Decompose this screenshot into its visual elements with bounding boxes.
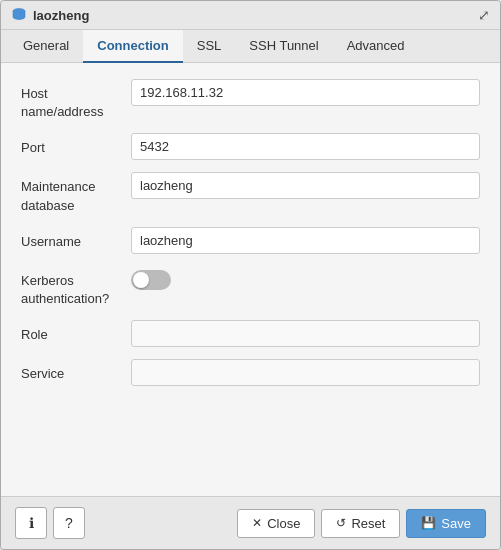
tab-bar: General Connection SSL SSH Tunnel Advanc… <box>1 30 500 63</box>
tab-ssh-tunnel[interactable]: SSH Tunnel <box>235 30 332 63</box>
title-bar-left: laozheng <box>11 7 89 23</box>
close-icon: ✕ <box>252 516 262 530</box>
role-label: Role <box>21 320 131 344</box>
footer-right: ✕ Close ↺ Reset 💾 Save <box>237 509 486 538</box>
reset-button[interactable]: ↺ Reset <box>321 509 400 538</box>
tab-advanced[interactable]: Advanced <box>333 30 419 63</box>
username-label: Username <box>21 227 131 251</box>
port-input[interactable] <box>131 133 480 160</box>
footer: ℹ ? ✕ Close ↺ Reset 💾 Save <box>1 496 500 549</box>
help-icon: ? <box>65 515 73 531</box>
footer-left: ℹ ? <box>15 507 85 539</box>
maintenance-db-row: Maintenance database <box>21 172 480 214</box>
service-field <box>131 359 480 386</box>
tab-ssl[interactable]: SSL <box>183 30 236 63</box>
toggle-track <box>131 270 171 290</box>
info-icon: ℹ <box>29 515 34 531</box>
info-button[interactable]: ℹ <box>15 507 47 539</box>
role-row: Role <box>21 320 480 347</box>
dialog-window: laozheng ⤢ General Connection SSL SSH Tu… <box>0 0 501 550</box>
save-label: Save <box>441 516 471 531</box>
host-label: Host name/address <box>21 79 131 121</box>
username-input[interactable] <box>131 227 480 254</box>
username-row: Username <box>21 227 480 254</box>
database-icon <box>11 7 27 23</box>
host-field <box>131 79 480 106</box>
tab-connection[interactable]: Connection <box>83 30 183 63</box>
reset-icon: ↺ <box>336 516 346 530</box>
help-button[interactable]: ? <box>53 507 85 539</box>
port-row: Port <box>21 133 480 160</box>
service-row: Service <box>21 359 480 386</box>
title-bar: laozheng ⤢ <box>1 1 500 30</box>
username-field <box>131 227 480 254</box>
close-label: Close <box>267 516 300 531</box>
form-content: Host name/address Port Maintenance datab… <box>1 63 500 496</box>
role-field <box>131 320 480 347</box>
toggle-thumb <box>133 272 149 288</box>
port-field <box>131 133 480 160</box>
kerberos-row: Kerberos authentication? <box>21 266 480 308</box>
role-input[interactable] <box>131 320 480 347</box>
window-title: laozheng <box>33 8 89 23</box>
reset-label: Reset <box>351 516 385 531</box>
port-label: Port <box>21 133 131 157</box>
save-icon: 💾 <box>421 516 436 530</box>
maintenance-db-label: Maintenance database <box>21 172 131 214</box>
maintenance-db-field <box>131 172 480 199</box>
host-row: Host name/address <box>21 79 480 121</box>
expand-button[interactable]: ⤢ <box>478 7 490 23</box>
service-label: Service <box>21 359 131 383</box>
service-input[interactable] <box>131 359 480 386</box>
maintenance-db-input[interactable] <box>131 172 480 199</box>
kerberos-label: Kerberos authentication? <box>21 266 131 308</box>
tab-general[interactable]: General <box>9 30 83 63</box>
close-button[interactable]: ✕ Close <box>237 509 315 538</box>
kerberos-field <box>131 266 480 290</box>
kerberos-toggle[interactable] <box>131 270 171 290</box>
host-input[interactable] <box>131 79 480 106</box>
save-button[interactable]: 💾 Save <box>406 509 486 538</box>
